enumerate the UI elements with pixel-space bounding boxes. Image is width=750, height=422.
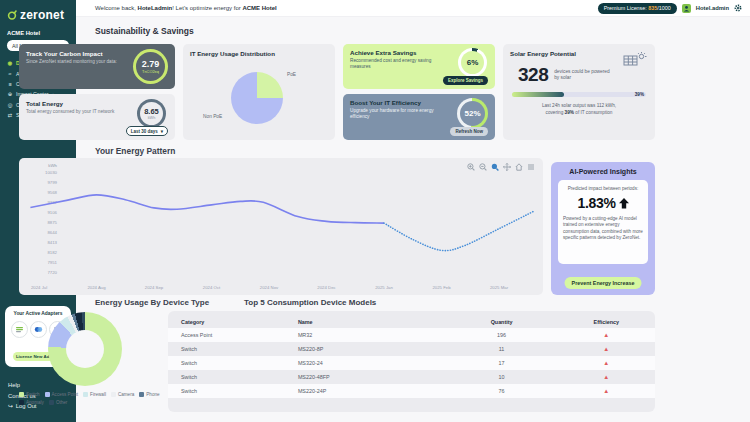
cell-efficiency: ▲ (558, 328, 655, 342)
total-energy-unit: kWh (148, 116, 156, 120)
legend-item: Anomaly (19, 400, 44, 405)
home-icon[interactable] (515, 163, 523, 171)
prevent-energy-increase-button[interactable]: Prevent Energy Increase (565, 277, 642, 289)
svg-text:2024 Nov: 2024 Nov (260, 285, 279, 290)
extra-savings-card: Achieve Extra Savings Recommended cost a… (343, 44, 495, 89)
column-category: Category (168, 315, 285, 328)
energy-dashboard: { "app": { "logo_text": "zeronet", "welc… (0, 0, 750, 422)
savings-value: 6% (467, 58, 479, 67)
api-insights-icon: ≈ (7, 71, 13, 77)
savings-ring: 6% (458, 48, 487, 77)
ai-insights-card: Predicted impact between periods: 1.83% … (558, 180, 648, 264)
energy-pattern-chart-card: kWh7720795181828413864488759106933795689… (19, 158, 543, 295)
svg-text:8875: 8875 (47, 220, 57, 225)
svg-text:2025 Mar: 2025 Mar (490, 285, 509, 290)
svg-text:2024 Jul: 2024 Jul (31, 285, 47, 290)
table-row: SwitchMS220-24P76▲ (168, 384, 655, 398)
cell-name: MR32 (285, 328, 446, 342)
carbon-unit: TnCO2eq (142, 69, 159, 74)
svg-text:9106: 9106 (47, 210, 57, 215)
legend-swatch (139, 392, 144, 397)
cat-insights-icon: ≡ (7, 81, 13, 87)
top-bar: Welcome back, HoteLadmin! Let's optimize… (76, 0, 750, 17)
cell-category: Access Point (168, 328, 285, 342)
warning-triangle-icon: ▲ (603, 346, 609, 352)
device-usage-title: Energy Usage By Device Type (95, 298, 209, 307)
solar-note-line2c: of IT consumption (574, 110, 612, 115)
svg-text:7720: 7720 (47, 270, 57, 275)
legend-swatch (111, 392, 116, 397)
cell-quantity: 11 (446, 342, 558, 356)
distribution-title: IT Energy Usage Distribution (190, 50, 328, 57)
solar-note-line2a: covering (546, 110, 565, 115)
zoom-out-icon[interactable] (479, 163, 487, 171)
license-label: Premium License: (604, 5, 649, 11)
ai-insights-panel: AI-Powered Insights Predicted impact bet… (551, 162, 655, 295)
welcome-message: Welcome back, HoteLadmin! Let's optimize… (95, 5, 277, 11)
cell-quantity: 10 (446, 370, 558, 384)
help-link[interactable]: Help (8, 382, 37, 388)
ai-description: Powered by a cutting-edge AI model train… (563, 216, 643, 242)
carbon-subtitle: Since ZeroNet started monitoring your da… (26, 59, 124, 65)
adapter-logo-2[interactable] (30, 321, 47, 338)
warning-triangle-icon: ▲ (603, 374, 609, 380)
solar-progress-fill (512, 92, 564, 97)
pan-icon[interactable] (503, 163, 511, 171)
svg-text:9568: 9568 (47, 190, 57, 195)
svg-text:8413: 8413 (47, 240, 57, 245)
boost-efficiency-card: Boost Your IT Efficiency Upgrade your ha… (343, 94, 495, 140)
legend-item: Switch (19, 392, 40, 397)
adapter-logo-1[interactable] (11, 321, 28, 338)
cell-name: MS220-48FP (285, 370, 446, 384)
legend-swatch (19, 400, 24, 405)
warning-triangle-icon: ▲ (603, 332, 609, 338)
legend-label: Other (56, 400, 68, 405)
zoom-in-icon[interactable] (467, 163, 475, 171)
total-energy-subtitle: Total energy consumed by your IT network (26, 109, 124, 115)
ai-insights-title: AI-Powered Insights (551, 168, 655, 175)
legend-label: Switch (26, 392, 40, 397)
cell-quantity: 17 (446, 356, 558, 370)
legend-item: Phone (139, 392, 159, 397)
ai-prediction-value-row: 1.83% (563, 195, 643, 211)
it-energy-distribution-card: IT Energy Usage Distribution PoE Non PoE (183, 44, 335, 140)
chart-toolbar (467, 163, 535, 171)
user-icon (683, 5, 690, 12)
svg-text:2025 Jan: 2025 Jan (375, 285, 393, 290)
svg-text:kWh: kWh (48, 163, 57, 168)
welcome-username: HoteLadmin (138, 5, 173, 11)
ai-prediction-label: Predicted impact between periods: (563, 186, 643, 191)
solar-potential-card: Solar Energy Potential 328 devices could… (503, 44, 655, 140)
cell-quantity: 76 (446, 384, 558, 398)
license-value: 835 (648, 5, 657, 11)
cell-efficiency: ▲ (558, 370, 655, 384)
solar-device-count: 328 (518, 64, 548, 86)
refresh-now-button[interactable]: Refresh Now (450, 127, 488, 136)
zoom-select-icon[interactable] (491, 163, 499, 171)
legend-swatch (45, 392, 50, 397)
solar-note: Last 24h solar output was 112 kWh, cover… (510, 103, 648, 116)
adapters-title: Your Active Adapters (8, 311, 68, 316)
svg-text:2024 Oct: 2024 Oct (203, 285, 221, 290)
avatar[interactable] (682, 4, 691, 13)
explore-savings-button[interactable]: Explore Savings (443, 76, 488, 85)
gear-icon[interactable] (734, 4, 742, 12)
donut-legend: SwitchAccess PointFirewallCameraPhoneAno… (19, 392, 177, 405)
svg-text:7951: 7951 (47, 260, 57, 265)
menu-icon[interactable] (527, 163, 535, 171)
logo-text: zeronet (20, 8, 64, 22)
cell-efficiency: ▲ (558, 356, 655, 370)
legend-item: Firewall (83, 392, 106, 397)
cell-name: MS220-8P (285, 342, 446, 356)
legend-swatch (83, 392, 88, 397)
energy-pattern-line-chart: kWh7720795181828413864488759106933795689… (19, 158, 543, 295)
total-energy-value: 8.65 (144, 107, 159, 116)
legend-label: Access Point (52, 392, 79, 397)
cell-category: Switch (168, 370, 285, 384)
organization-icon: ◎ (7, 102, 13, 108)
date-range-dropdown[interactable]: Last 30 days ▾ (126, 126, 168, 136)
column-efficiency: Efficiency (558, 315, 655, 328)
svg-text:8182: 8182 (47, 250, 57, 255)
solar-percent-label: 39% (635, 92, 644, 97)
stop-impersonation-icon: ⇄ (7, 112, 13, 118)
